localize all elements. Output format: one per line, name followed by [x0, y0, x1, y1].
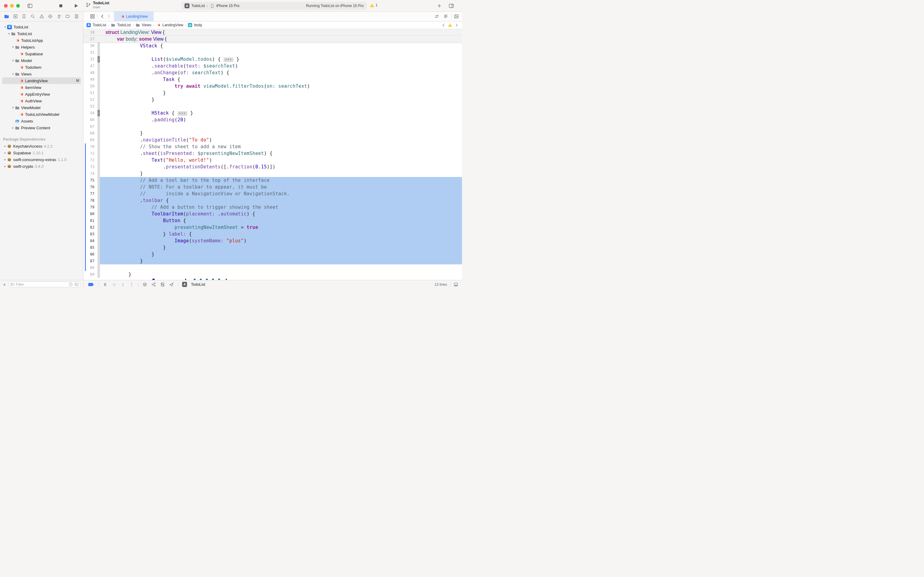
line-number[interactable]: 32: [84, 56, 97, 63]
view-hierarchy-button[interactable]: [142, 282, 147, 287]
forward-button[interactable]: [106, 14, 111, 19]
code-line-87[interactable]: 87}: [84, 258, 462, 264]
sidebar-item-supabase[interactable]: Supabase: [0, 50, 83, 57]
fold-ribbon[interactable]: [97, 157, 100, 163]
jumpbar-item[interactable]: Views: [142, 23, 151, 27]
simulate-location-button[interactable]: [169, 282, 174, 287]
code-line-83[interactable]: 83} label: {: [84, 231, 462, 237]
sidebar-item-todolist[interactable]: ▾ATodoList: [0, 24, 83, 30]
source-control-navigator-icon[interactable]: [13, 14, 18, 19]
step-over-button[interactable]: [111, 282, 116, 287]
code-line-77[interactable]: 77// inside a NavigationView or Navigati…: [84, 190, 462, 197]
scm-status-filter-icon[interactable]: [74, 282, 79, 287]
line-number[interactable]: 50: [84, 83, 97, 90]
disclosure-triangle[interactable]: ▸: [3, 165, 7, 168]
find-navigator-icon[interactable]: [30, 14, 35, 19]
project-branch-block[interactable]: TodoList main: [85, 1, 109, 9]
sidebar-item-helpers[interactable]: ▾Helpers: [0, 44, 83, 50]
fold-ribbon[interactable]: [97, 103, 100, 110]
fold-ribbon[interactable]: [97, 217, 100, 224]
sidebar-item-authview[interactable]: AuthView: [0, 97, 83, 104]
code-line-86[interactable]: 86}: [84, 251, 462, 258]
code-review-icon[interactable]: [434, 14, 439, 19]
code-line-68[interactable]: 68}: [84, 130, 462, 137]
fold-ribbon[interactable]: [97, 130, 100, 137]
fold-ribbon[interactable]: [97, 29, 100, 35]
environment-overrides-button[interactable]: [160, 282, 165, 287]
code-line-66[interactable]: 66.padding(20): [84, 116, 462, 123]
line-number[interactable]: 54: [84, 110, 97, 116]
code-fold-pill[interactable]: •••: [224, 58, 234, 62]
fold-ribbon[interactable]: ›: [97, 56, 100, 63]
line-number[interactable]: 67: [84, 123, 97, 130]
disclosure-triangle[interactable]: ▸: [3, 158, 7, 161]
fold-ribbon[interactable]: [97, 170, 100, 177]
next-issue-button[interactable]: [455, 23, 458, 27]
fold-ribbon[interactable]: [97, 123, 100, 130]
fold-ribbon[interactable]: [97, 271, 100, 278]
running-app-label[interactable]: TodoList: [191, 282, 205, 287]
code-line-75[interactable]: 75// Add a tool bar to the top of the in…: [84, 177, 462, 184]
sidebar-item-todolist[interactable]: ▾TodoList: [0, 30, 83, 37]
editor-options-icon[interactable]: [443, 14, 449, 19]
reports-navigator-icon[interactable]: [74, 14, 79, 19]
sidebar-item-appentryview[interactable]: AppEntryView: [0, 91, 83, 97]
code-line-88[interactable]: 88: [84, 264, 462, 271]
recent-files-filter-icon[interactable]: [68, 282, 73, 287]
stop-button[interactable]: [58, 3, 64, 8]
fold-ribbon[interactable]: [97, 211, 100, 217]
step-out-button[interactable]: [129, 282, 134, 287]
fold-ribbon[interactable]: [97, 204, 100, 211]
jump-bar[interactable]: A TodoList› TodoList› Views› LandingView…: [84, 21, 462, 29]
code-line-81[interactable]: 81Button {: [84, 217, 462, 224]
package-item-keychainaccess[interactable]: ▸KeychainAccess4.2.2: [0, 143, 83, 150]
code-line-50[interactable]: 50try await viewModel.filterTodos(on: se…: [84, 83, 462, 90]
line-number[interactable]: 30: [84, 42, 97, 49]
issues-navigator-icon[interactable]: [39, 14, 44, 19]
breakpoints-navigator-icon[interactable]: [65, 14, 70, 19]
fold-ribbon[interactable]: [97, 76, 100, 83]
tab-overview-icon[interactable]: [90, 14, 95, 19]
code-line-31[interactable]: 31: [84, 49, 462, 56]
code-line-51[interactable]: 51}: [84, 90, 462, 96]
code-line-52[interactable]: 52}: [84, 96, 462, 103]
fold-ribbon[interactable]: [97, 251, 100, 258]
step-into-button[interactable]: [121, 282, 125, 287]
fold-ribbon[interactable]: [97, 244, 100, 251]
code-line-82[interactable]: 82presentingNewItemSheet = true: [84, 224, 462, 231]
line-number[interactable]: 10: [84, 29, 97, 35]
package-item-swift-crypto[interactable]: ▸swift-crypto3.4.0: [0, 163, 83, 169]
code-line-84[interactable]: 84Image(systemName: "plus"): [84, 237, 462, 244]
new-tab-button[interactable]: [437, 3, 442, 8]
jumpbar-item[interactable]: TodoList: [93, 23, 106, 27]
code-line-10[interactable]: 10struct LandingView: View {: [84, 29, 462, 36]
project-navigator-icon[interactable]: [4, 14, 9, 19]
fold-ribbon[interactable]: [97, 116, 100, 123]
warning-badge[interactable]: 1: [370, 3, 378, 7]
scheme-name[interactable]: TodoList: [191, 4, 205, 8]
bookmarks-navigator-icon[interactable]: [21, 14, 27, 19]
sidebar-item-assets[interactable]: Assets: [0, 118, 83, 124]
code-line-47[interactable]: 47.searchable(text: $searchText): [84, 63, 462, 69]
breakpoints-toggle-button[interactable]: [88, 282, 94, 287]
line-number[interactable]: 69: [84, 137, 97, 143]
fold-ribbon[interactable]: [97, 69, 100, 76]
line-number[interactable]: 52: [84, 96, 97, 103]
sidebar-item-landingview[interactable]: LandingViewM: [0, 77, 83, 84]
run-button[interactable]: [73, 3, 79, 8]
add-editor-icon[interactable]: [454, 14, 459, 19]
code-line-72[interactable]: 72Text("Hello, world!"): [84, 157, 462, 163]
filter-field[interactable]: [8, 282, 80, 287]
code-area[interactable]: 30VStack {3132›List($viewModel.todos) { …: [84, 42, 462, 280]
sidebar-item-todolistviewmodel[interactable]: TodoListViewModel: [0, 111, 83, 118]
fold-ribbon[interactable]: [97, 83, 100, 90]
inspector-toggle-icon[interactable]: [449, 3, 454, 8]
sidebar-item-itemview[interactable]: ItemView: [0, 84, 83, 91]
sidebar-item-todoitem[interactable]: TodoItem: [0, 64, 83, 71]
pause-button[interactable]: [103, 282, 108, 287]
jumpbar-item[interactable]: body: [194, 23, 202, 27]
window-minimize-button[interactable]: [10, 4, 14, 8]
back-button[interactable]: [100, 14, 105, 19]
fold-ribbon[interactable]: [97, 63, 100, 69]
package-item-swift-concurrency-extras[interactable]: ▸swift-concurrency-extras1.1.0: [0, 156, 83, 163]
